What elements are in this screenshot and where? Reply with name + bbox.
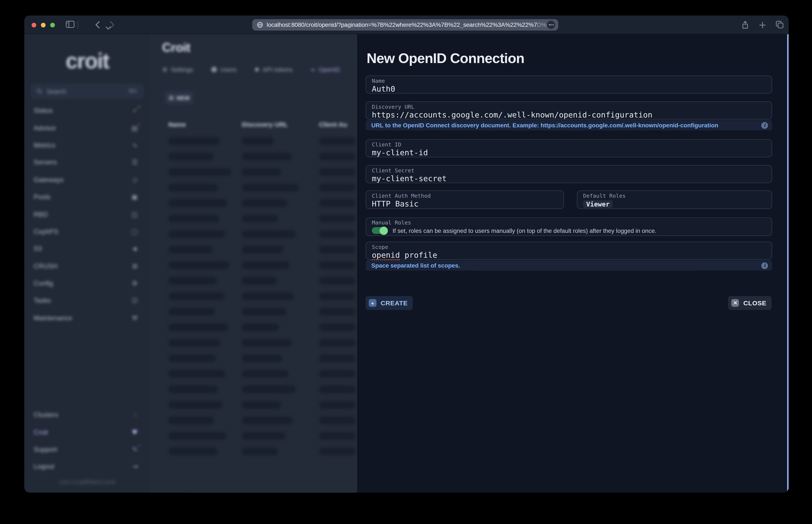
forward-button[interactable] [110,21,115,30]
table-row[interactable] [150,304,357,320]
skeleton-cell [168,416,214,424]
minimize-window-button[interactable] [41,22,46,27]
skeleton-cell [242,416,293,424]
sidebar-item-cephfs[interactable]: CephFS▢ [24,223,150,240]
table-row[interactable] [150,149,357,164]
sidebar-item-label: CephFS [34,228,131,235]
skeleton-cell [319,230,355,238]
wrench-icon: ⚒ [132,314,138,322]
skeleton-cell [168,401,222,409]
sidebar-item-croit[interactable]: Croit♥ [24,423,150,441]
sidebar-item-tasks[interactable]: Tasks☑ [24,292,150,309]
table-row[interactable] [150,289,357,304]
sidebar-item-label: CRUSH [34,262,132,270]
share-icon: ∴ [133,411,138,419]
role-chip[interactable]: Viewer [583,200,612,208]
tab-users[interactable]: ☻Users [211,66,237,73]
table-row[interactable] [150,211,357,227]
sidebar-item-logout[interactable]: Logout⇥ [24,458,150,475]
sidebar-item-s3[interactable]: S3◈ [24,240,150,258]
skeleton-cell [319,277,355,284]
sidebar-item-clusters[interactable]: Clusters∴ [24,406,150,423]
logout-icon: ⇥ [132,463,138,470]
skeleton-cell [168,370,225,378]
close-window-button[interactable] [32,22,36,27]
client-auth-method-label: Client Auth Method [372,193,558,199]
tab-settings[interactable]: ⚙Settings [162,66,193,73]
info-icon[interactable]: i [761,122,768,128]
table-row[interactable] [150,242,357,258]
default-roles-label: Default Roles [583,193,766,199]
table-row[interactable] [150,196,357,211]
tab-overview-icon[interactable] [776,21,783,31]
client-id-value: my-client-id [372,148,766,157]
more-options-button[interactable] [547,21,555,29]
skeleton-cell [319,184,355,192]
scrollbar[interactable] [787,34,789,492]
sidebar-item-maintenance[interactable]: Maintenance⚒ [24,309,150,327]
sidebar-item-metrics[interactable]: Metrics∿ [24,136,150,154]
table-row[interactable] [150,134,357,149]
close-button[interactable]: ✕ CLOSE [728,296,772,310]
sidebar-item-support[interactable]: Support✎• [24,441,150,458]
sidebar-item-label: S3 [34,245,133,252]
search-icon [37,88,43,94]
sidebar-toggle-icon[interactable] [66,21,75,30]
name-field[interactable]: Name Auth0 [366,76,772,94]
search-input[interactable]: Search ⌘K [31,84,144,98]
tab-openid[interactable]: ∞OpenID [310,66,340,73]
table-row[interactable] [150,444,357,459]
table-row[interactable] [150,335,357,351]
table-row[interactable] [150,366,357,382]
modal-title: New OpenID Connection [367,51,524,67]
sidebar-item-servers[interactable]: Servers☰ [24,154,150,171]
table-row[interactable] [150,382,357,397]
client-auth-method-field[interactable]: Client Auth Method HTTP Basic [366,191,564,209]
sidebar-item-advisor[interactable]: Advisor▤• [24,119,150,136]
browser-window: localhost:8080/croit/openid/?pagination=… [24,15,789,492]
maximize-window-button[interactable] [50,22,55,27]
default-roles-field[interactable]: Default Roles Viewer [577,191,772,209]
sidebar-item-config[interactable]: Config⚙ [24,275,150,292]
sidebar-item-crush[interactable]: CRUSH⊞ [24,258,150,275]
sidebar-item-pools[interactable]: Pools▣ [24,188,150,206]
table-row[interactable] [150,258,357,273]
share-icon[interactable] [742,21,749,31]
sidebar-item-gateways[interactable]: Gateways◇ [24,171,150,189]
skeleton-cell [242,370,288,378]
sidebar-footer-nav: Clusters∴Croit♥Support✎•Logout⇥ [24,406,150,475]
skeleton-cell [319,308,355,316]
sidebar-item-label: Support [34,445,132,453]
sidebar-item-label: Advisor [34,124,131,132]
client-id-field[interactable]: Client ID my-client-id [366,139,772,157]
column-header-client-auth: Client Au [319,121,347,128]
user-icon: ☻ [211,66,217,73]
discovery-url-field[interactable]: Discovery URL https://accounts.google.co… [366,101,772,119]
table-row[interactable] [150,351,357,366]
sidebar-item-status[interactable]: Status✓• [24,102,150,119]
table-row[interactable] [150,428,357,444]
table-row[interactable] [150,164,357,180]
clipboard-icon: ▤• [131,124,138,132]
manual-roles-toggle[interactable] [372,227,387,234]
plus-icon: ⊞ [169,94,174,101]
create-button[interactable]: + CREATE [366,296,413,310]
table-row[interactable] [150,413,357,428]
manual-roles-field: Manual Roles If set, roles can be assign… [366,217,772,236]
new-tab-icon[interactable] [759,21,766,30]
tab-api-tokens[interactable]: ✱API tokens [254,66,293,73]
skeleton-cell [168,184,218,192]
table-row[interactable] [150,273,357,289]
url-bar[interactable]: localhost:8080/croit/openid/?pagination=… [252,19,558,30]
table-row[interactable] [150,320,357,335]
sidebar-item-rbd[interactable]: RBD◫ [24,206,150,223]
table-row[interactable] [150,397,357,413]
table-row[interactable] [150,180,357,196]
scope-field[interactable]: Scope openid profile [366,242,772,260]
table-row[interactable] [150,227,357,242]
new-button[interactable]: ⊞ NEW [164,91,194,104]
back-button[interactable] [95,21,100,30]
client-secret-field[interactable]: Client Secret my-client-secret [366,165,772,183]
column-header-discovery-url: Discovery URL [242,121,288,128]
info-icon[interactable]: i [761,262,768,269]
